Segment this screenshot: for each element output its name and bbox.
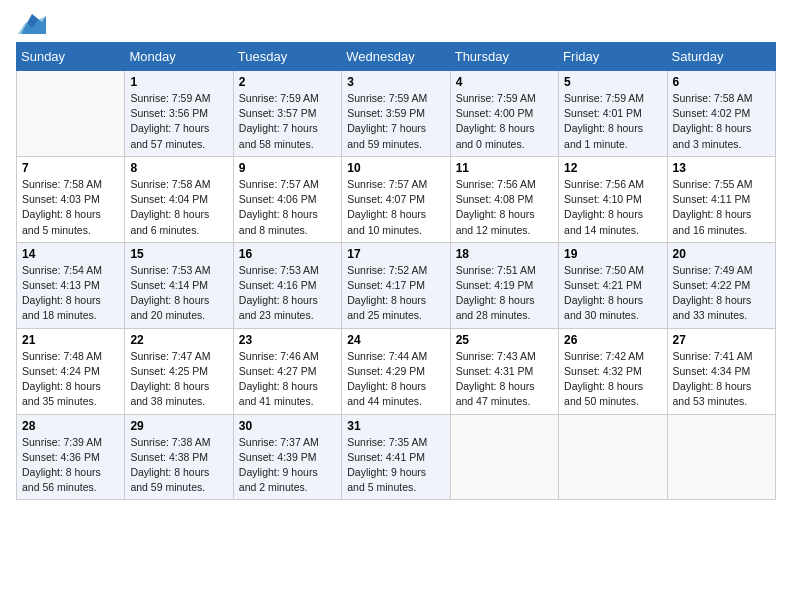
day-info: Sunrise: 7:58 AM Sunset: 4:03 PM Dayligh… [22,177,119,238]
day-number: 7 [22,161,119,175]
calendar-cell: 23Sunrise: 7:46 AM Sunset: 4:27 PM Dayli… [233,328,341,414]
day-info: Sunrise: 7:55 AM Sunset: 4:11 PM Dayligh… [673,177,770,238]
calendar-cell: 16Sunrise: 7:53 AM Sunset: 4:16 PM Dayli… [233,242,341,328]
day-info: Sunrise: 7:38 AM Sunset: 4:38 PM Dayligh… [130,435,227,496]
day-info: Sunrise: 7:35 AM Sunset: 4:41 PM Dayligh… [347,435,444,496]
calendar-cell: 7Sunrise: 7:58 AM Sunset: 4:03 PM Daylig… [17,156,125,242]
day-number: 28 [22,419,119,433]
logo-icon [18,12,46,34]
col-header-tuesday: Tuesday [233,43,341,71]
calendar-cell: 14Sunrise: 7:54 AM Sunset: 4:13 PM Dayli… [17,242,125,328]
day-info: Sunrise: 7:41 AM Sunset: 4:34 PM Dayligh… [673,349,770,410]
calendar-cell: 26Sunrise: 7:42 AM Sunset: 4:32 PM Dayli… [559,328,667,414]
calendar-cell: 30Sunrise: 7:37 AM Sunset: 4:39 PM Dayli… [233,414,341,500]
day-number: 23 [239,333,336,347]
day-number: 30 [239,419,336,433]
day-info: Sunrise: 7:59 AM Sunset: 3:57 PM Dayligh… [239,91,336,152]
calendar-cell: 24Sunrise: 7:44 AM Sunset: 4:29 PM Dayli… [342,328,450,414]
day-info: Sunrise: 7:44 AM Sunset: 4:29 PM Dayligh… [347,349,444,410]
day-number: 13 [673,161,770,175]
day-number: 15 [130,247,227,261]
calendar-cell: 22Sunrise: 7:47 AM Sunset: 4:25 PM Dayli… [125,328,233,414]
day-number: 8 [130,161,227,175]
day-info: Sunrise: 7:52 AM Sunset: 4:17 PM Dayligh… [347,263,444,324]
logo [16,16,46,34]
day-info: Sunrise: 7:53 AM Sunset: 4:14 PM Dayligh… [130,263,227,324]
calendar-cell: 10Sunrise: 7:57 AM Sunset: 4:07 PM Dayli… [342,156,450,242]
day-number: 29 [130,419,227,433]
calendar-cell [559,414,667,500]
day-number: 6 [673,75,770,89]
calendar-cell: 3Sunrise: 7:59 AM Sunset: 3:59 PM Daylig… [342,71,450,157]
calendar-cell: 12Sunrise: 7:56 AM Sunset: 4:10 PM Dayli… [559,156,667,242]
day-info: Sunrise: 7:51 AM Sunset: 4:19 PM Dayligh… [456,263,553,324]
calendar-table: SundayMondayTuesdayWednesdayThursdayFrid… [16,42,776,500]
day-number: 14 [22,247,119,261]
day-info: Sunrise: 7:53 AM Sunset: 4:16 PM Dayligh… [239,263,336,324]
calendar-cell: 18Sunrise: 7:51 AM Sunset: 4:19 PM Dayli… [450,242,558,328]
calendar-cell [667,414,775,500]
day-info: Sunrise: 7:48 AM Sunset: 4:24 PM Dayligh… [22,349,119,410]
day-info: Sunrise: 7:59 AM Sunset: 3:56 PM Dayligh… [130,91,227,152]
day-info: Sunrise: 7:59 AM Sunset: 4:01 PM Dayligh… [564,91,661,152]
calendar-cell: 28Sunrise: 7:39 AM Sunset: 4:36 PM Dayli… [17,414,125,500]
calendar-cell: 9Sunrise: 7:57 AM Sunset: 4:06 PM Daylig… [233,156,341,242]
calendar-cell: 4Sunrise: 7:59 AM Sunset: 4:00 PM Daylig… [450,71,558,157]
day-number: 12 [564,161,661,175]
calendar-cell: 2Sunrise: 7:59 AM Sunset: 3:57 PM Daylig… [233,71,341,157]
calendar-cell: 29Sunrise: 7:38 AM Sunset: 4:38 PM Dayli… [125,414,233,500]
col-header-monday: Monday [125,43,233,71]
col-header-thursday: Thursday [450,43,558,71]
day-number: 11 [456,161,553,175]
calendar-cell: 25Sunrise: 7:43 AM Sunset: 4:31 PM Dayli… [450,328,558,414]
day-info: Sunrise: 7:59 AM Sunset: 4:00 PM Dayligh… [456,91,553,152]
day-info: Sunrise: 7:39 AM Sunset: 4:36 PM Dayligh… [22,435,119,496]
day-info: Sunrise: 7:58 AM Sunset: 4:04 PM Dayligh… [130,177,227,238]
calendar-cell: 1Sunrise: 7:59 AM Sunset: 3:56 PM Daylig… [125,71,233,157]
day-info: Sunrise: 7:42 AM Sunset: 4:32 PM Dayligh… [564,349,661,410]
day-info: Sunrise: 7:47 AM Sunset: 4:25 PM Dayligh… [130,349,227,410]
calendar-cell: 5Sunrise: 7:59 AM Sunset: 4:01 PM Daylig… [559,71,667,157]
col-header-friday: Friday [559,43,667,71]
day-info: Sunrise: 7:57 AM Sunset: 4:06 PM Dayligh… [239,177,336,238]
day-info: Sunrise: 7:56 AM Sunset: 4:08 PM Dayligh… [456,177,553,238]
day-info: Sunrise: 7:50 AM Sunset: 4:21 PM Dayligh… [564,263,661,324]
calendar-cell: 31Sunrise: 7:35 AM Sunset: 4:41 PM Dayli… [342,414,450,500]
day-number: 31 [347,419,444,433]
calendar-cell: 8Sunrise: 7:58 AM Sunset: 4:04 PM Daylig… [125,156,233,242]
calendar-cell: 11Sunrise: 7:56 AM Sunset: 4:08 PM Dayli… [450,156,558,242]
day-info: Sunrise: 7:59 AM Sunset: 3:59 PM Dayligh… [347,91,444,152]
day-number: 26 [564,333,661,347]
calendar-cell: 17Sunrise: 7:52 AM Sunset: 4:17 PM Dayli… [342,242,450,328]
day-number: 17 [347,247,444,261]
day-number: 21 [22,333,119,347]
calendar-cell: 19Sunrise: 7:50 AM Sunset: 4:21 PM Dayli… [559,242,667,328]
calendar-cell: 6Sunrise: 7:58 AM Sunset: 4:02 PM Daylig… [667,71,775,157]
day-number: 5 [564,75,661,89]
day-number: 18 [456,247,553,261]
day-info: Sunrise: 7:43 AM Sunset: 4:31 PM Dayligh… [456,349,553,410]
calendar-cell: 21Sunrise: 7:48 AM Sunset: 4:24 PM Dayli… [17,328,125,414]
day-number: 16 [239,247,336,261]
day-number: 20 [673,247,770,261]
day-number: 25 [456,333,553,347]
day-info: Sunrise: 7:37 AM Sunset: 4:39 PM Dayligh… [239,435,336,496]
day-info: Sunrise: 7:57 AM Sunset: 4:07 PM Dayligh… [347,177,444,238]
day-number: 9 [239,161,336,175]
day-info: Sunrise: 7:58 AM Sunset: 4:02 PM Dayligh… [673,91,770,152]
day-number: 19 [564,247,661,261]
day-number: 27 [673,333,770,347]
day-number: 22 [130,333,227,347]
calendar-cell [17,71,125,157]
calendar-cell: 15Sunrise: 7:53 AM Sunset: 4:14 PM Dayli… [125,242,233,328]
col-header-sunday: Sunday [17,43,125,71]
day-number: 4 [456,75,553,89]
day-info: Sunrise: 7:54 AM Sunset: 4:13 PM Dayligh… [22,263,119,324]
calendar-cell: 27Sunrise: 7:41 AM Sunset: 4:34 PM Dayli… [667,328,775,414]
day-number: 2 [239,75,336,89]
day-info: Sunrise: 7:46 AM Sunset: 4:27 PM Dayligh… [239,349,336,410]
day-info: Sunrise: 7:56 AM Sunset: 4:10 PM Dayligh… [564,177,661,238]
day-number: 10 [347,161,444,175]
col-header-wednesday: Wednesday [342,43,450,71]
day-info: Sunrise: 7:49 AM Sunset: 4:22 PM Dayligh… [673,263,770,324]
